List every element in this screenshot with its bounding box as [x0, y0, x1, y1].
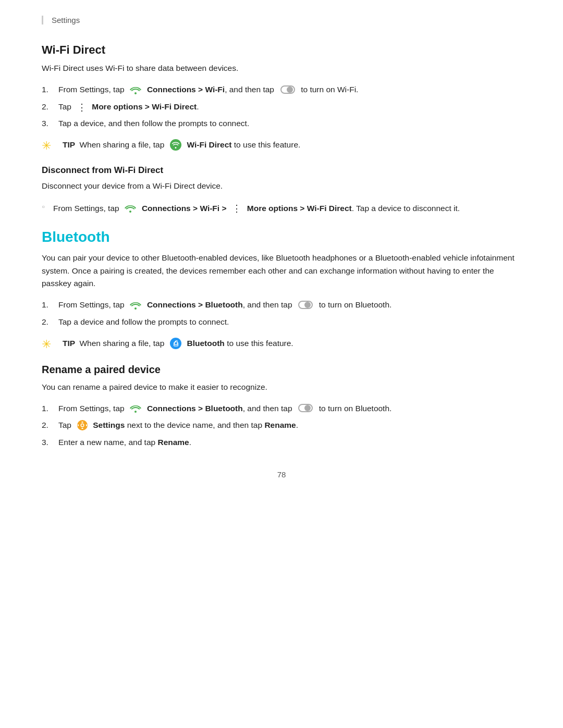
bluetooth-section: Bluetooth You can pair your device to ot…: [42, 229, 521, 449]
disconnect-title: Disconnect from Wi-Fi Direct: [42, 165, 521, 176]
disconnect-bullet: ○ From Settings, tap Connections > Wi-Fi…: [42, 201, 521, 216]
wifi-direct-description: Wi-Fi Direct uses Wi-Fi to share data be…: [42, 62, 521, 75]
rename-step-1: 1. From Settings, tap Connections > Blue…: [42, 402, 521, 415]
bluetooth-description: You can pair your device to other Blueto…: [42, 252, 521, 290]
rename-description: You can rename a paired device to make i…: [42, 381, 521, 394]
bluetooth-step-1: 1. From Settings, tap Connections > Blue…: [42, 299, 521, 312]
page-number: 78: [42, 470, 521, 479]
wifi-icon-2: [125, 203, 136, 213]
wifi-direct-steps: 1. From Settings, tap Connections > Wi-F…: [42, 83, 521, 130]
tip-sun-icon-bt: ✳: [42, 338, 57, 351]
rename-steps: 1. From Settings, tap Connections > Blue…: [42, 402, 521, 449]
disconnect-description: Disconnect your device from a Wi-Fi Dire…: [42, 180, 521, 193]
wifi-icon-bt: [130, 300, 141, 310]
more-options-icon: ⋮: [77, 103, 87, 112]
wifi-direct-tip: ✳ TIP When sharing a file, tap Wi-Fi Dir…: [42, 139, 521, 153]
rename-section: Rename a paired device You can rename a …: [42, 364, 521, 449]
rename-step-2: 2. Tap Settings next to the device name,…: [42, 419, 521, 432]
bluetooth-step-2: 2. Tap a device and follow the prompts t…: [42, 316, 521, 329]
svg-point-0: [170, 139, 181, 151]
more-options-icon-2: ⋮: [232, 201, 241, 216]
wifi-direct-step-3: 3. Tap a device, and then follow the pro…: [42, 117, 521, 130]
toggle-icon-rename: [298, 404, 313, 412]
svg-text:⎙: ⎙: [174, 339, 178, 348]
wifi-direct-green-icon: [170, 139, 181, 151]
bluetooth-title: Bluetooth: [42, 229, 521, 245]
tip-sun-icon: ✳: [42, 139, 57, 153]
rename-step-3: 3. Enter a new name, and tap Rename.: [42, 436, 521, 449]
bluetooth-steps: 1. From Settings, tap Connections > Blue…: [42, 299, 521, 329]
breadcrumb: Settings: [42, 16, 521, 24]
wifi-icon-rename: [130, 403, 141, 413]
bullet-circle-icon: ○: [42, 203, 53, 211]
wifi-direct-step-1: 1. From Settings, tap Connections > Wi-F…: [42, 83, 521, 96]
disconnect-section: Disconnect from Wi-Fi Direct Disconnect …: [42, 165, 521, 216]
wifi-direct-title: Wi-Fi Direct: [42, 43, 521, 57]
wifi-direct-step-2: 2. Tap ⋮ More options > Wi-Fi Direct.: [42, 101, 521, 114]
rename-title: Rename a paired device: [42, 364, 521, 376]
wifi-direct-section: Wi-Fi Direct Wi-Fi Direct uses Wi-Fi to …: [42, 43, 521, 216]
bluetooth-tip: ✳ TIP When sharing a file, tap ⎙ Bluetoo…: [42, 337, 521, 351]
toggle-icon: [280, 85, 295, 94]
gear-icon: [77, 420, 88, 430]
bluetooth-icon: ⎙: [170, 338, 181, 349]
toggle-icon-bt: [298, 301, 313, 309]
wifi-icon: [130, 85, 141, 94]
